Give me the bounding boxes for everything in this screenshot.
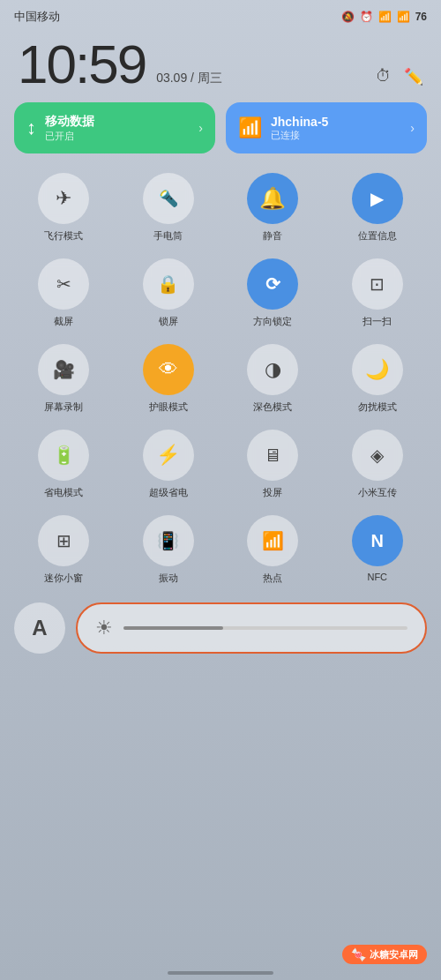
- control-flashlight: 🔦 手电筒: [119, 168, 219, 248]
- location-button[interactable]: ▶: [352, 173, 403, 224]
- rotation-button[interactable]: ⟳: [247, 258, 298, 310]
- control-lockscreen: 🔒 锁屏: [119, 253, 219, 333]
- xiotransfer-label: 小米互传: [358, 486, 397, 499]
- control-scan: ⊡ 扫一扫: [328, 253, 428, 333]
- silent-label: 静音: [263, 229, 282, 243]
- status-icons: 🔕 ⏰ 📶 📶 76: [341, 11, 427, 23]
- flashlight-label: 手电筒: [153, 229, 183, 243]
- screenshot-label: 截屏: [54, 315, 73, 328]
- vibrate-button[interactable]: 📳: [143, 515, 194, 566]
- control-batsave: 🔋 省电模式: [14, 424, 114, 505]
- scan-label: 扫一扫: [363, 315, 392, 328]
- timer-icon[interactable]: ⏱: [376, 67, 392, 86]
- mobile-data-arrow: ›: [198, 121, 203, 135]
- brightness-icon: ☀: [95, 617, 113, 640]
- brightness-fill: [123, 626, 223, 630]
- mobile-data-subtitle: 已开启: [45, 130, 94, 143]
- batsave-button[interactable]: 🔋: [38, 430, 89, 481]
- cast-button[interactable]: 🖥: [247, 430, 298, 481]
- control-location: ▶ 位置信息: [328, 168, 428, 248]
- signal-icon: 📶: [378, 11, 392, 23]
- mobile-data-toggle[interactable]: ↕ 移动数据 已开启 ›: [14, 102, 215, 153]
- screenshot-button[interactable]: ✂: [38, 258, 89, 310]
- controls-grid: ✈ 飞行模式 🔦 手电筒 🔔 静音 ▶ 位置信息 ✂ 截屏 🔒 锁屏 ⟳ 方向锁…: [0, 164, 441, 594]
- location-label: 位置信息: [358, 229, 397, 243]
- rotation-label: 方向锁定: [253, 315, 292, 328]
- screenrecord-label: 屏幕录制: [44, 400, 83, 414]
- status-bar: 中国移动 🔕 ⏰ 📶 📶 76: [0, 0, 441, 30]
- silent-button[interactable]: 🔔: [247, 173, 298, 224]
- mobile-data-text: 移动数据 已开启: [45, 114, 94, 143]
- alarm-icon: ⏰: [360, 11, 373, 23]
- lockscreen-button[interactable]: 🔒: [143, 258, 194, 310]
- control-miniwindow: ⊞ 迷你小窗: [14, 510, 114, 590]
- nfc-label: NFC: [367, 572, 387, 582]
- nfc-button[interactable]: N: [352, 515, 403, 566]
- hotspot-button[interactable]: 📶: [247, 515, 298, 566]
- control-cast: 🖥 投屏: [223, 424, 323, 505]
- miniwindow-label: 迷你小窗: [44, 572, 83, 585]
- darkmode-button[interactable]: ◑: [247, 344, 298, 395]
- cast-label: 投屏: [263, 486, 282, 499]
- battery-text: 76: [415, 11, 427, 23]
- mobile-data-icon: ↕: [26, 116, 36, 139]
- screenrecord-button[interactable]: 🎥: [38, 344, 89, 395]
- wifi-ssid: Jhchina-5: [271, 115, 328, 129]
- flashlight-button[interactable]: 🔦: [143, 173, 194, 224]
- wifi-toggle-icon: 📶: [238, 116, 262, 139]
- control-silent: 🔔 静音: [223, 168, 323, 248]
- date-info: 03.09 / 周三: [156, 71, 222, 86]
- darkmode-label: 深色模式: [253, 400, 292, 414]
- mute-icon: 🔕: [341, 11, 355, 23]
- brightness-slider-container[interactable]: ☀: [76, 602, 427, 654]
- eyecare-label: 护眼模式: [149, 400, 188, 414]
- control-airplane: ✈ 飞行模式: [14, 168, 114, 248]
- bottom-area: A ☀: [0, 594, 441, 662]
- control-dnd: 🌙 勿扰模式: [328, 339, 428, 419]
- control-eyecare: 👁 护眼模式: [119, 339, 219, 419]
- clock-display: 10:59: [18, 37, 146, 92]
- dnd-button[interactable]: 🌙: [352, 344, 403, 395]
- carrier-text: 中国移动: [14, 9, 60, 25]
- scan-button[interactable]: ⊡: [352, 258, 403, 310]
- brightness-track: [123, 626, 407, 630]
- watermark: 🍬 冰糖安卓网: [342, 945, 427, 964]
- control-darkmode: ◑ 深色模式: [223, 339, 323, 419]
- font-size-label: A: [32, 616, 47, 640]
- date-text: 03.09 / 周三: [156, 71, 222, 86]
- xiotransfer-button[interactable]: ◈: [352, 430, 403, 481]
- wifi-status: 已连接: [271, 129, 328, 142]
- airplane-button[interactable]: ✈: [38, 173, 89, 224]
- batsave-label: 省电模式: [44, 486, 83, 499]
- font-size-button[interactable]: A: [14, 602, 65, 654]
- control-nfc: N NFC: [328, 510, 428, 590]
- wifi-toggle-text: Jhchina-5 已连接: [271, 115, 328, 142]
- vibrate-label: 振动: [159, 572, 178, 585]
- control-xiotransfer: ◈ 小米互传: [328, 424, 428, 505]
- edit-icon[interactable]: ✏️: [404, 67, 423, 86]
- watermark-badge: 🍬 冰糖安卓网: [342, 945, 427, 964]
- mobile-data-title: 移动数据: [45, 114, 94, 130]
- dnd-label: 勿扰模式: [358, 400, 397, 414]
- superbat-label: 超级省电: [149, 486, 188, 499]
- top-toggles: ↕ 移动数据 已开启 › 📶 Jhchina-5 已连接 ›: [0, 102, 441, 164]
- watermark-site-text: 冰糖安卓网: [370, 948, 418, 961]
- hotspot-label: 热点: [263, 572, 282, 585]
- superbat-button[interactable]: ⚡: [143, 430, 194, 481]
- control-vibrate: 📳 振动: [119, 510, 219, 590]
- control-superbat: ⚡ 超级省电: [119, 424, 219, 505]
- eyecare-button[interactable]: 👁: [143, 344, 194, 395]
- time-area: 10:59 03.09 / 周三 ⏱ ✏️: [0, 30, 441, 102]
- airplane-label: 飞行模式: [44, 229, 83, 243]
- control-screenshot: ✂ 截屏: [14, 253, 114, 333]
- watermark-candy-icon: 🍬: [351, 947, 366, 961]
- miniwindow-button[interactable]: ⊞: [38, 515, 89, 566]
- control-screenrecord: 🎥 屏幕录制: [14, 339, 114, 419]
- wifi-arrow: ›: [410, 121, 415, 135]
- lockscreen-label: 锁屏: [159, 315, 178, 328]
- control-rotation: ⟳ 方向锁定: [223, 253, 323, 333]
- wifi-status-icon: 📶: [397, 11, 410, 23]
- home-indicator: [168, 971, 273, 975]
- wifi-toggle[interactable]: 📶 Jhchina-5 已连接 ›: [226, 102, 427, 153]
- header-action-icons: ⏱ ✏️: [376, 67, 423, 86]
